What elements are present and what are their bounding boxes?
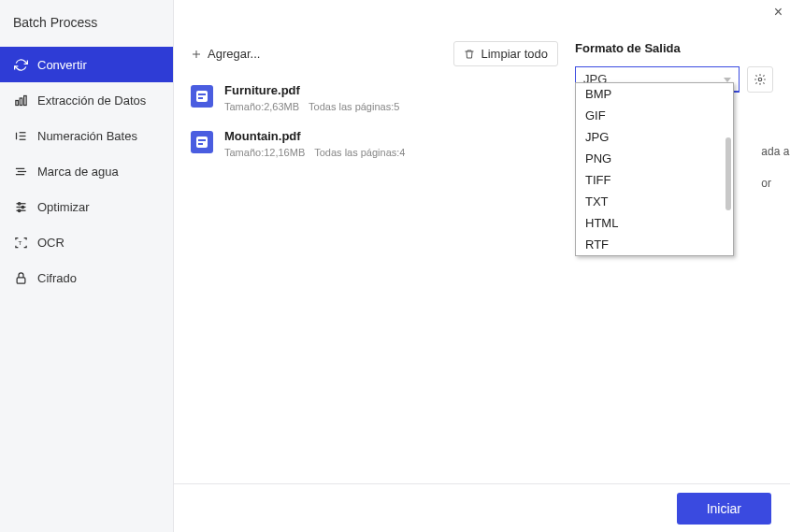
watermark-icon — [13, 164, 28, 179]
plus-icon — [191, 49, 202, 60]
clear-button[interactable]: Limpiar todo — [453, 41, 558, 66]
chart-icon — [13, 93, 28, 108]
file-name: Furniture.pdf — [224, 83, 399, 97]
file-toolbar: Agregar... Limpiar todo — [191, 41, 558, 66]
svg-rect-17 — [17, 277, 25, 282]
sidebar-item-extraccion[interactable]: Extracción de Datos — [0, 82, 173, 118]
sidebar-item-bates[interactable]: Numeración Bates — [0, 118, 173, 153]
dropdown-option-html[interactable]: HTML — [576, 212, 733, 234]
format-label: Formato de Salida — [575, 41, 773, 55]
numbers-icon — [13, 128, 28, 143]
settings-button[interactable] — [747, 66, 773, 93]
sidebar-item-label: Extracción de Datos — [37, 93, 146, 108]
svg-point-20 — [758, 78, 762, 81]
file-info: Furniture.pdf Tamaño:2,63MB Todas las pá… — [224, 83, 399, 112]
svg-rect-0 — [15, 100, 18, 105]
add-button[interactable]: Agregar... — [191, 47, 260, 61]
add-label: Agregar... — [208, 47, 260, 61]
svg-rect-1 — [20, 98, 22, 106]
file-area: Agregar... Limpiar todo Furniture.pdf Ta… — [174, 0, 575, 532]
dropdown-option-jpg[interactable]: JPG — [576, 126, 733, 148]
file-pages: Todas las páginas:5 — [309, 101, 399, 112]
file-name: Mountain.pdf — [224, 129, 405, 143]
sliders-icon — [13, 199, 28, 214]
sidebar-item-optimizar[interactable]: Optimizar — [0, 189, 173, 224]
lock-icon — [13, 270, 28, 285]
dropdown-scrollbar[interactable] — [725, 137, 731, 210]
footer: Iniciar — [174, 483, 790, 532]
file-item[interactable]: Furniture.pdf Tamaño:2,63MB Todas las pá… — [191, 83, 558, 112]
gear-icon — [754, 73, 767, 86]
main-area: × Agregar... Limpiar todo — [174, 0, 790, 532]
sidebar-item-label: Optimizar — [37, 200, 90, 214]
dropdown-option-rtf[interactable]: RTF — [576, 234, 733, 255]
trash-icon — [464, 49, 475, 60]
sidebar-item-label: Cifrado — [37, 271, 77, 285]
file-pages: Todas las páginas:4 — [314, 147, 405, 158]
file-size: Tamaño:2,63MB — [224, 101, 299, 112]
sidebar-item-watermark[interactable]: Marca de agua — [0, 153, 173, 189]
output-panel: Formato de Salida JPG ada al or BMP GIF … — [575, 0, 790, 532]
sidebar-item-convertir[interactable]: Convertir — [0, 47, 173, 82]
file-size: Tamaño:12,16MB — [224, 147, 305, 158]
sidebar-item-label: Numeración Bates — [37, 129, 137, 143]
sidebar: Batch Process Convertir Extracción de Da… — [0, 0, 174, 532]
dropdown-option-gif[interactable]: GIF — [576, 105, 733, 126]
start-button[interactable]: Iniciar — [677, 493, 771, 525]
file-meta: Tamaño:2,63MB Todas las páginas:5 — [224, 101, 399, 112]
obscured-text: ada al or — [761, 137, 790, 199]
file-list: Furniture.pdf Tamaño:2,63MB Todas las pá… — [191, 83, 558, 158]
sidebar-item-label: Convertir — [37, 58, 87, 72]
dropdown-option-bmp[interactable]: BMP — [576, 83, 733, 105]
sidebar-item-ocr[interactable]: T OCR — [0, 224, 173, 260]
ocr-icon: T — [13, 235, 28, 250]
svg-rect-2 — [23, 95, 26, 105]
refresh-icon — [13, 57, 28, 72]
format-dropdown: BMP GIF JPG PNG TIFF TXT HTML RTF — [575, 82, 734, 256]
pdf-file-icon — [191, 131, 213, 153]
dropdown-option-tiff[interactable]: TIFF — [576, 169, 733, 191]
sidebar-item-label: OCR — [37, 236, 65, 250]
sidebar-item-label: Marca de agua — [37, 165, 119, 179]
svg-text:T: T — [18, 239, 22, 246]
sidebar-item-cifrado[interactable]: Cifrado — [0, 260, 173, 295]
clear-label: Limpiar todo — [481, 47, 548, 61]
dropdown-option-png[interactable]: PNG — [576, 148, 733, 169]
file-info: Mountain.pdf Tamaño:12,16MB Todas las pá… — [224, 129, 405, 158]
file-item[interactable]: Mountain.pdf Tamaño:12,16MB Todas las pá… — [191, 129, 558, 158]
file-meta: Tamaño:12,16MB Todas las páginas:4 — [224, 147, 405, 158]
window-title: Batch Process — [0, 0, 173, 47]
dropdown-option-txt[interactable]: TXT — [576, 191, 733, 212]
pdf-file-icon — [191, 85, 213, 108]
